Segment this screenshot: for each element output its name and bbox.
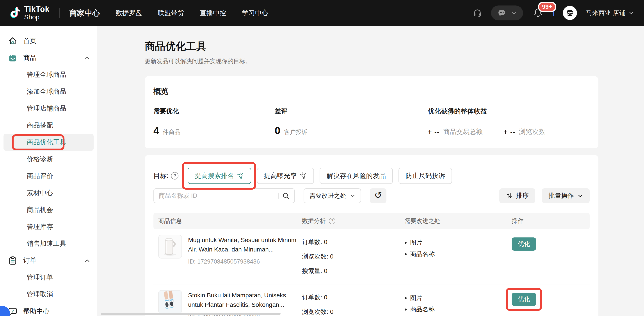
nav-affiliate[interactable]: 联盟带货 [158, 9, 184, 18]
product-title: Mug untuk Wanita, Sesuai untuk Minum Air… [188, 235, 298, 254]
optimizer-card: 目标: ? 提高搜索排名 提高曝光率 [145, 155, 598, 316]
sidebar-item-price-diagnosis[interactable]: 价格诊断 [0, 151, 97, 168]
sidebar-item-manage-global-products[interactable]: 管理全球商品 [0, 66, 97, 83]
sort-icon [506, 192, 512, 199]
sidebar-item-home[interactable]: 首页 [0, 33, 97, 49]
sidebar-item-label: 管理取消 [27, 290, 90, 299]
sidebar-item-asset-center[interactable]: 素材中心 [0, 185, 97, 201]
headset-support-icon[interactable] [472, 8, 482, 18]
header-nav: 商家中心 数据罗盘 联盟带货 直播中控 学习中心 [69, 8, 268, 18]
sidebar-item-help-center[interactable]: ? 帮助中心 [0, 303, 97, 316]
sidebar-item-label: 商品搭配 [27, 121, 90, 130]
nav-data-compass[interactable]: 数据罗盘 [116, 9, 142, 18]
column-improvements: 需要改进之处 [401, 217, 506, 225]
sidebar-item-label: 首页 [23, 37, 90, 46]
sort-button[interactable]: 排序 [499, 188, 535, 203]
notifications-button[interactable]: 99+ [533, 8, 543, 19]
benefit-views: + -- 浏览次数 [504, 127, 545, 136]
chevron-down-icon [511, 10, 517, 16]
table-header: 商品信息 数据分析 ? 需要改进之处 操作 [154, 213, 590, 229]
improvement-filter-dropdown[interactable]: 需要改进之处 [304, 188, 361, 203]
lightbulb-icon [300, 172, 307, 179]
chevron-up-icon[interactable] [84, 257, 90, 264]
lightbulb-icon [237, 172, 244, 179]
sidebar-item-product-opportunities[interactable]: 商品机会 [0, 201, 97, 218]
goal-label: 提高曝光率 [264, 171, 297, 180]
logo-text: TikTok Shop [24, 5, 50, 21]
product-title: Stokin Buku lali Mampatan, Uniseks, untu… [188, 290, 298, 310]
message-center-button[interactable] [491, 6, 523, 21]
metric-unit: 客户投诉 [284, 128, 308, 136]
search-icon[interactable] [282, 192, 290, 199]
shop-avatar[interactable] [563, 6, 577, 20]
goal-prevent-size-complaints[interactable]: 防止尺码投诉 [398, 168, 452, 184]
help-circle-icon[interactable]: ? [171, 172, 178, 179]
reset-refresh-button[interactable]: ↺ [370, 188, 386, 203]
tiktok-shop-logo[interactable]: TikTok Shop [10, 5, 50, 21]
sidebar-item-label: 素材中心 [27, 188, 90, 197]
stat-searches: 搜索量:0 [302, 264, 401, 278]
table-tools: 排序 批量操作 [499, 188, 590, 203]
goal-label: 防止尺码投诉 [406, 171, 445, 180]
chat-bubble-icon [497, 8, 506, 18]
horizontal-scrollbar[interactable] [101, 313, 280, 315]
sidebar-item-product-optimizer[interactable]: 商品优化工具 [4, 134, 94, 151]
shop-selector[interactable]: 马来西亚 店铺 [586, 9, 634, 17]
vertical-divider [403, 107, 403, 137]
benefit-label: 商品交易总额 [443, 127, 483, 136]
search-input[interactable] [159, 192, 278, 199]
sidebar-item-product-reviews[interactable]: 商品评价 [0, 168, 97, 185]
chevron-down-icon [577, 193, 583, 199]
goal-resolve-risky-listings[interactable]: 解决存在风险的发品 [320, 168, 393, 184]
sidebar-item-add-global-products[interactable]: 添加全球商品 [0, 83, 97, 100]
metric-value: 4 [154, 124, 159, 137]
svg-text:?: ? [12, 309, 14, 313]
product-text: Mug untuk Wanita, Sesuai untuk Minum Air… [188, 235, 298, 265]
bullet-dot [405, 297, 406, 299]
page-subtitle: 更新发品可以解决问题并实现你的目标。 [145, 57, 598, 65]
improvement-item: 图片 [405, 237, 506, 248]
sidebar-group-label: 订单 [23, 256, 78, 265]
sidebar-item-label: 管理订单 [27, 273, 90, 282]
goals-label: 目标: ? [154, 171, 178, 180]
sidebar-item-manage-inventory[interactable]: 管理库存 [0, 218, 97, 235]
benefit-prefix: + -- [504, 128, 516, 136]
nav-learning-center[interactable]: 学习中心 [242, 9, 268, 18]
sidebar-item-product-bundles[interactable]: 商品搭配 [0, 117, 97, 134]
goal-improve-search-ranking[interactable]: 提高搜索排名 [188, 168, 251, 184]
actions-cell: 优化 [506, 290, 590, 306]
optimize-button[interactable]: 优化 [512, 293, 536, 306]
clipboard-icon [8, 256, 18, 265]
nav-live-console[interactable]: 直播中控 [200, 9, 226, 18]
table-row: Stokin Buku lali Mampatan, Uniseks, untu… [154, 284, 590, 316]
question-circle-icon[interactable]: ? [329, 218, 335, 224]
sidebar-item-manage-cancellations[interactable]: 管理取消 [0, 286, 97, 303]
store-icon [566, 9, 574, 17]
goal-buttons: 提高搜索排名 提高曝光率 解决存在风险的发品 [188, 168, 452, 184]
sidebar-item-label: 管理全球商品 [27, 70, 90, 79]
chevron-down-icon [350, 193, 355, 198]
benefit-label: 浏览次数 [519, 127, 545, 136]
sidebar-item-sales-accelerator[interactable]: 销售加速工具 [0, 235, 97, 252]
bag-icon [8, 53, 18, 63]
sidebar-item-manage-shop-products[interactable]: 管理店铺商品 [0, 100, 97, 117]
goals-label-text: 目标: [154, 171, 168, 180]
metric-bad-reviews: 差评 0 客户投诉 [275, 107, 403, 137]
nav-seller-center[interactable]: 商家中心 [69, 8, 100, 18]
sidebar-item-label: 管理店铺商品 [27, 104, 90, 113]
header-divider [59, 8, 60, 18]
sidebar-group-products[interactable]: 商品 [0, 49, 97, 66]
sidebar-item-label: 商品优化工具 [27, 138, 87, 147]
sidebar-item-label: 价格诊断 [27, 155, 90, 164]
improvements-cell: 图片 商品名称 [401, 235, 506, 260]
filter-row: 需要改进之处 ↺ 排序 批量操作 [154, 188, 590, 203]
sidebar-item-manage-orders[interactable]: 管理订单 [0, 269, 97, 286]
optimize-button[interactable]: 优化 [512, 237, 536, 251]
notification-badge: 99+ [538, 2, 556, 12]
bulk-actions-button[interactable]: 批量操作 [542, 188, 590, 203]
overview-card: 概览 需要优化 4 件商品 差评 0 客户投诉 [145, 76, 598, 148]
sidebar-group-orders[interactable]: 订单 [0, 252, 97, 269]
sidebar: 首页 商品 管理全球商品 添加全球商品 管理店铺商品 商品搭配 商品优化工具 价… [0, 26, 97, 316]
goal-improve-exposure[interactable]: 提高曝光率 [257, 168, 314, 184]
chevron-up-icon[interactable] [84, 55, 90, 61]
